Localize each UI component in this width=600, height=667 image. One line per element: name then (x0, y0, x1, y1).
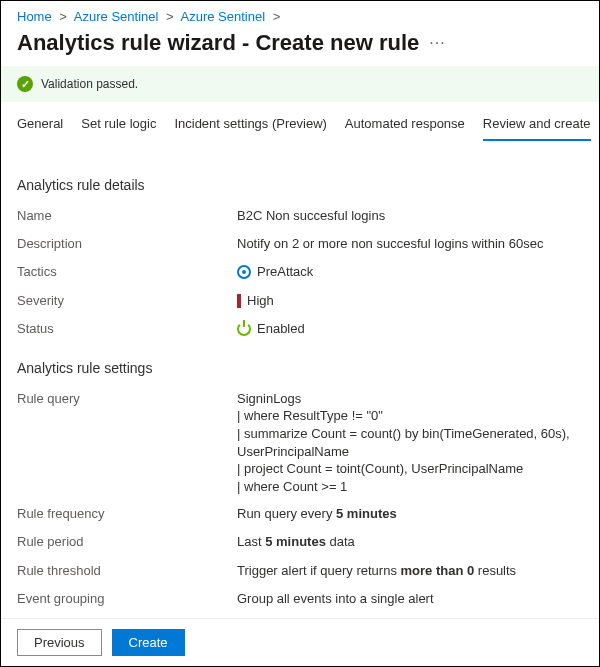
chevron-right-icon: > (273, 9, 281, 24)
tab-set-rule-logic[interactable]: Set rule logic (81, 110, 156, 141)
previous-button[interactable]: Previous (17, 629, 102, 656)
tab-general[interactable]: General (17, 110, 63, 141)
footer-actions: Previous Create (1, 618, 599, 666)
section-title-settings: Analytics rule settings (17, 360, 583, 376)
label-severity: Severity (17, 292, 237, 310)
label-event-grouping: Event grouping (17, 590, 237, 608)
create-button[interactable]: Create (112, 629, 185, 656)
tab-bar: General Set rule logic Incident settings… (1, 102, 599, 141)
threshold-prefix: Trigger alert if query returns (237, 563, 401, 578)
section-title-details: Analytics rule details (17, 177, 583, 193)
tab-review-and-create[interactable]: Review and create (483, 110, 591, 141)
period-prefix: Last (237, 534, 265, 549)
label-name: Name (17, 207, 237, 225)
value-rule-query: SigninLogs | where ResultType != "0" | s… (237, 390, 583, 495)
breadcrumb: Home > Azure Sentinel > Azure Sentinel > (1, 1, 599, 28)
target-icon (237, 265, 251, 279)
freq-bold: 5 minutes (336, 506, 397, 521)
page-title: Analytics rule wizard - Create new rule (17, 30, 419, 56)
label-status: Status (17, 320, 237, 338)
label-rule-query: Rule query (17, 390, 237, 495)
check-circle-icon: ✓ (17, 76, 33, 92)
power-icon (237, 322, 251, 336)
threshold-bold: more than 0 (401, 563, 475, 578)
value-rule-period: Last 5 minutes data (237, 533, 583, 551)
validation-text: Validation passed. (41, 77, 138, 91)
breadcrumb-sentinel-2[interactable]: Azure Sentinel (181, 9, 266, 24)
content-area: Analytics rule details Name B2C Non succ… (1, 141, 599, 656)
period-bold: 5 minutes (265, 534, 326, 549)
breadcrumb-home[interactable]: Home (17, 9, 52, 24)
tactics-text: PreAttack (257, 263, 313, 281)
chevron-right-icon: > (59, 9, 67, 24)
more-icon[interactable]: ··· (429, 34, 445, 52)
severity-high-icon (237, 294, 241, 308)
freq-prefix: Run query every (237, 506, 336, 521)
value-status: Enabled (237, 320, 583, 338)
value-description: Notify on 2 or more non succesful logins… (237, 235, 583, 253)
value-name: B2C Non succesful logins (237, 207, 583, 225)
status-text: Enabled (257, 320, 305, 338)
validation-banner: ✓ Validation passed. (1, 66, 599, 102)
value-rule-threshold: Trigger alert if query returns more than… (237, 562, 583, 580)
chevron-right-icon: > (166, 9, 174, 24)
breadcrumb-sentinel-1[interactable]: Azure Sentinel (74, 9, 159, 24)
tab-incident-settings[interactable]: Incident settings (Preview) (174, 110, 326, 141)
period-suffix: data (326, 534, 355, 549)
label-description: Description (17, 235, 237, 253)
value-tactics: PreAttack (237, 263, 583, 281)
value-event-grouping: Group all events into a single alert (237, 590, 583, 608)
value-rule-frequency: Run query every 5 minutes (237, 505, 583, 523)
tab-automated-response[interactable]: Automated response (345, 110, 465, 141)
label-rule-frequency: Rule frequency (17, 505, 237, 523)
threshold-suffix: results (474, 563, 516, 578)
label-rule-threshold: Rule threshold (17, 562, 237, 580)
severity-text: High (247, 292, 274, 310)
label-tactics: Tactics (17, 263, 237, 281)
value-severity: High (237, 292, 583, 310)
label-rule-period: Rule period (17, 533, 237, 551)
